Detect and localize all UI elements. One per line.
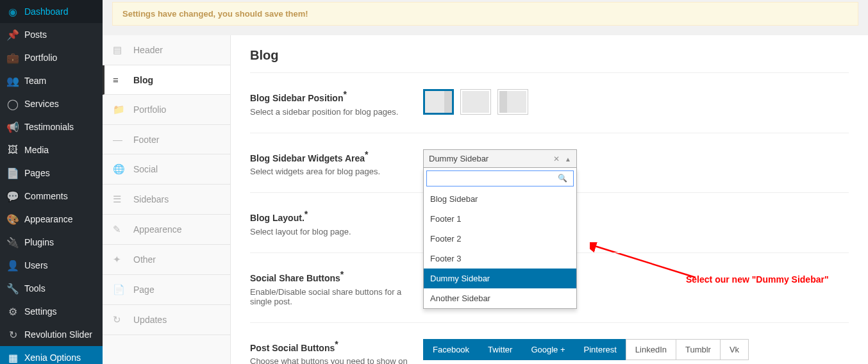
field-desc: Select a sidebar position for blog pages… [250,107,410,117]
wp-menu-label: Pages [24,168,50,178]
wp-menu-pages[interactable]: 📄Pages [0,161,103,185]
select-search-input[interactable] [426,170,574,186]
wp-menu-services[interactable]: ◯Services [0,92,103,115]
wp-menu-revolution-slider[interactable]: ↻Revolution Slider [0,323,103,346]
social-btn-pinterest[interactable]: Pinterest [574,339,626,360]
social-buttons-group: FacebookTwitterGoogle +PinterestLinkedIn… [423,339,849,360]
section-label: Page [133,285,154,295]
section-social[interactable]: 🌐Social [103,154,230,185]
social-btn-twitter[interactable]: Twitter [478,339,522,360]
field-label: Social Share Buttons* [250,269,410,283]
sidebar-pos-right[interactable] [423,89,454,115]
updates-icon: ↻ [113,314,127,326]
portfolio-icon: 💼 [6,51,19,64]
section-page[interactable]: 📄Page [103,275,230,305]
wp-menu-label: Services [24,99,59,109]
pages-icon: 📄 [6,167,19,179]
plugins-icon: 🔌 [6,236,19,249]
appearance-icon: 🎨 [6,213,19,226]
sidebar-position-options [423,89,849,115]
select-clear-icon[interactable]: ✕ [553,154,560,163]
search-icon: 🔍 [558,174,567,183]
field-label: Blog Sidebar Position* [250,89,410,103]
options-section-nav: ▤Header≡Blog📁Portfolio—Footer🌐Social☰Sid… [103,35,231,364]
section-label: Sidebars [133,194,169,204]
wp-menu-testimonials[interactable]: 📢Testimonials [0,115,103,138]
wp-menu-label: Posts [24,29,47,40]
wp-menu-label: Plugins [24,237,54,247]
section-updates[interactable]: ↻Updates [103,305,230,335]
social-btn-facebook[interactable]: Facebook [423,339,479,360]
social-btn-tumblr[interactable]: Tumblr [676,339,721,360]
field-label: Post Social Buttons* [250,339,410,353]
wp-admin-sidebar: ◉Dashboard📌Posts💼Portfolio👥Team◯Services… [0,0,103,364]
section-footer[interactable]: —Footer [103,125,230,154]
select-choice[interactable]: Dummy Sidebar ✕ ▲ [423,149,577,168]
wp-menu-dashboard[interactable]: ◉Dashboard [0,0,103,23]
wp-menu-portfolio[interactable]: 💼Portfolio [0,46,103,69]
wp-menu-label: Dashboard [24,6,69,17]
revolution-slider-icon: ↻ [6,328,19,341]
section-label: Blog [133,75,153,85]
section-label: Header [133,45,163,55]
field-desc: Enable/Disable social share buttons for … [250,287,410,306]
section-label: Updates [133,315,167,325]
wp-menu-label: Revolution Slider [24,329,92,340]
wp-menu-comments[interactable]: 💬Comments [0,185,103,208]
section-label: Social [133,164,158,174]
select-option[interactable]: Another Sidebar [424,288,576,308]
field-post-social-buttons: Post Social Buttons* Choose what buttons… [250,323,849,364]
settings-icon: ⚙ [6,305,19,318]
sidebars-icon: ☰ [113,194,127,205]
wp-menu-users[interactable]: 👤Users [0,254,103,277]
section-label: Footer [133,135,159,145]
section-blog[interactable]: ≡Blog [103,65,230,95]
wp-menu-xenia-options[interactable]: ▦Xenia Options [0,346,103,364]
widgets-area-select[interactable]: Dummy Sidebar ✕ ▲ 🔍 [423,149,577,168]
field-label: Blog Layout.* [250,209,410,223]
blog-icon: ≡ [113,74,127,85]
select-option[interactable]: Footer 1 [424,209,576,229]
wp-menu-posts[interactable]: 📌Posts [0,23,103,46]
header-icon: ▤ [113,44,127,56]
social-btn-linkedin[interactable]: LinkedIn [626,339,676,360]
wp-menu-label: Testimonials [24,122,74,132]
section-portfolio[interactable]: 📁Portfolio [103,95,230,125]
footer-icon: — [113,134,127,145]
section-other[interactable]: ✦Other [103,245,230,275]
wp-menu-team[interactable]: 👥Team [0,69,103,92]
sidebar-pos-left[interactable] [497,89,528,115]
testimonials-icon: 📢 [6,120,19,133]
panel-title: Blog [250,48,849,73]
wp-menu-label: Appearance [24,214,73,224]
section-appearence[interactable]: ✎Appearence [103,215,230,245]
wp-menu-appearance[interactable]: 🎨Appearance [0,208,103,231]
wp-menu-label: Xenia Options [24,352,81,363]
select-option[interactable]: Footer 3 [424,249,576,269]
wp-menu-settings[interactable]: ⚙Settings [0,300,103,323]
wp-menu-plugins[interactable]: 🔌Plugins [0,231,103,254]
wp-menu-label: Portfolio [24,53,57,63]
section-label: Appearence [133,224,182,235]
select-option[interactable]: Dummy Sidebar [424,269,576,288]
appearence-icon: ✎ [113,224,127,235]
posts-icon: 📌 [6,28,19,41]
social-btn-vk[interactable]: Vk [720,339,749,360]
section-label: Portfolio [133,104,166,115]
users-icon: 👤 [6,259,19,272]
wp-menu-label: Tools [24,283,46,294]
field-label: Blog Sidebar Widgets Area* [250,149,410,163]
field-desc: Select widgets area for blog pages. [250,167,410,176]
wp-menu-media[interactable]: 🖼Media [0,138,103,161]
select-option[interactable]: Blog Sidebar [424,189,576,209]
sidebar-pos-none[interactable] [460,89,491,115]
select-option[interactable]: Footer 2 [424,229,576,249]
wp-menu-tools[interactable]: 🔧Tools [0,277,103,300]
tools-icon: 🔧 [6,282,19,295]
dashboard-icon: ◉ [6,5,19,18]
section-sidebars[interactable]: ☰Sidebars [103,185,230,215]
xenia-options-icon: ▦ [6,351,19,364]
social-btn-google-[interactable]: Google + [521,339,574,360]
chevron-up-icon[interactable]: ▲ [565,156,571,163]
section-header[interactable]: ▤Header [103,35,230,65]
